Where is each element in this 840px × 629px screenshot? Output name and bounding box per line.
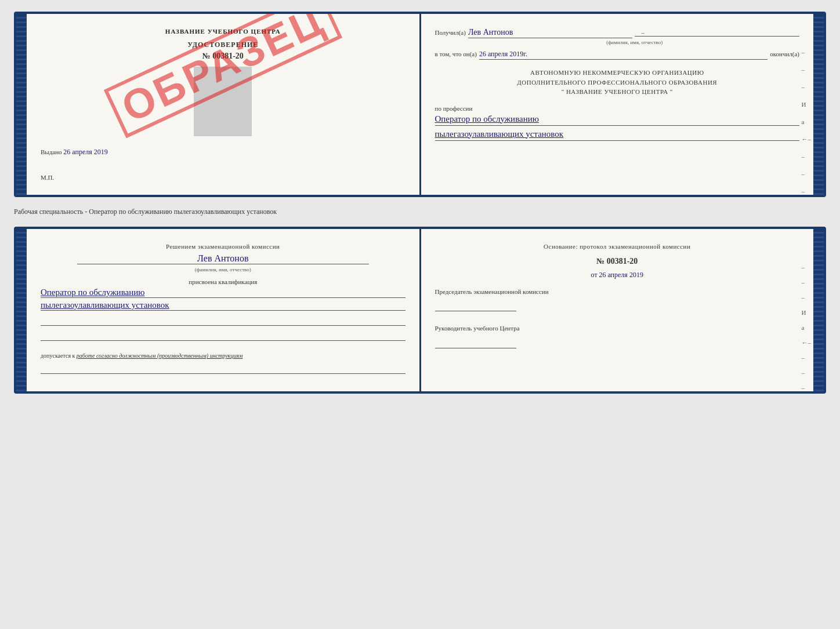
protocol-number: № 00381-20 (435, 257, 800, 266)
poluchil-name: Лев Антонов (468, 28, 633, 38)
prisvoyena-label: присвоена квалификация (41, 278, 405, 285)
photo-placeholder (194, 67, 252, 136)
top-right-page: Получил(а) Лев Антонов – (фамилия, имя, … (421, 14, 814, 195)
qualification-line1: Оператор по обслуживанию (41, 288, 405, 298)
bottom-name: Лев Антонов (77, 253, 369, 264)
bottom-certificate-book: Решением экзаменационной комиссии Лев Ан… (14, 227, 826, 394)
vtom-label: в том, что он(а) (435, 50, 477, 57)
top-left-page: НАЗВАНИЕ УЧЕБНОГО ЦЕНТРА ОБРАЗЕЦ УДОСТОВ… (27, 14, 421, 195)
rukovoditel-sig-line (435, 337, 516, 348)
po-professii-label: по профессии (435, 105, 800, 112)
rukovoditel-block: Руководитель учебного Центра (435, 324, 800, 349)
mp-label: М.П. (41, 174, 54, 181)
page-wrapper: НАЗВАНИЕ УЧЕБНОГО ЦЕНТРА ОБРАЗЕЦ УДОСТОВ… (14, 12, 826, 394)
poluchil-underline: – (635, 29, 799, 37)
predsedatel-label: Председатель экзаменационной комиссии (435, 288, 800, 296)
ot-date: 26 апреля 2019 (599, 271, 643, 279)
bottom-left-page: Решением экзаменационной комиссии Лев Ан… (27, 229, 421, 391)
mp-line: М.П. (41, 174, 405, 181)
udostoverenie-label: УДОСТОВЕРЕНИЕ (41, 41, 405, 49)
side-dashes-bottom: – – – И а ←– – – – (802, 264, 812, 391)
ot-label: от (591, 271, 598, 279)
org-line3: " НАЗВАНИЕ УЧЕБНОГО ЦЕНТРА " (435, 87, 800, 97)
rukovoditel-label: Руководитель учебного Центра (435, 324, 800, 333)
vtom-date: 26 апреля 2019г. (479, 50, 767, 60)
profession-line1: Оператор по обслуживанию (435, 114, 800, 126)
org-line2: ДОПОЛНИТЕЛЬНОГО ПРОФЕССИОНАЛЬНОГО ОБРАЗО… (435, 78, 800, 88)
top-certificate-book: НАЗВАНИЕ УЧЕБНОГО ЦЕНТРА ОБРАЗЕЦ УДОСТОВ… (14, 12, 826, 197)
separator-text: Рабочая специальность - Оператор по обсл… (14, 204, 826, 220)
org-block: АВТОНОМНУЮ НЕКОММЕРЧЕСКУЮ ОРГАНИЗАЦИЮ ДО… (435, 68, 800, 97)
qualification-line2: пылегазоулавливающих установок (41, 300, 405, 311)
poluchil-row: Получил(а) Лев Антонов – (435, 28, 800, 38)
vtom-row: в том, что он(а) 26 апреля 2019г. окончи… (435, 50, 800, 60)
predsedatel-sig-line (435, 300, 516, 311)
resheniem-label: Решением экзаменационной комиссии (41, 243, 405, 250)
profession-line2: пылегазоулавливающих установок (435, 129, 800, 141)
bottom-fio-sub: (фамилия, имя, отчество) (41, 267, 405, 272)
dopuskaetsya-label: допускается к (41, 352, 75, 359)
dopuskaetsya-block: допускается к работе согласно должностны… (41, 352, 405, 359)
poluchil-label: Получил(а) (435, 29, 466, 36)
vydano-label: Выдано (41, 148, 62, 155)
okonchil-label: окончил(а) (770, 50, 799, 57)
org-line1: АВТОНОМНУЮ НЕКОММЕРЧЕСКУЮ ОРГАНИЗАЦИЮ (435, 68, 800, 78)
dopuskaetsya-value: работе согласно должностным (производств… (77, 352, 242, 359)
side-dashes-top: – – – И а ←– – – – (802, 49, 812, 195)
ot-date-block: от 26 апреля 2019 (435, 271, 800, 279)
school-title-top: НАЗВАНИЕ УЧЕБНОГО ЦЕНТРА (41, 28, 405, 35)
vydano-date: 26 апреля 2019 (63, 148, 107, 156)
predsedatel-block: Председатель экзаменационной комиссии (435, 288, 800, 312)
udostoverenie-block: УДОСТОВЕРЕНИЕ № 00381-20 (41, 41, 405, 61)
vydano-line: Выдано 26 апреля 2019 (41, 148, 405, 157)
fio-sublabel-top: (фамилия, имя, отчество) (470, 39, 800, 45)
osnovaniye-label: Основание: протокол экзаменационной коми… (435, 243, 800, 250)
bottom-right-page: Основание: протокол экзаменационной коми… (421, 229, 814, 391)
udostoverenie-number: № 00381-20 (41, 52, 405, 61)
